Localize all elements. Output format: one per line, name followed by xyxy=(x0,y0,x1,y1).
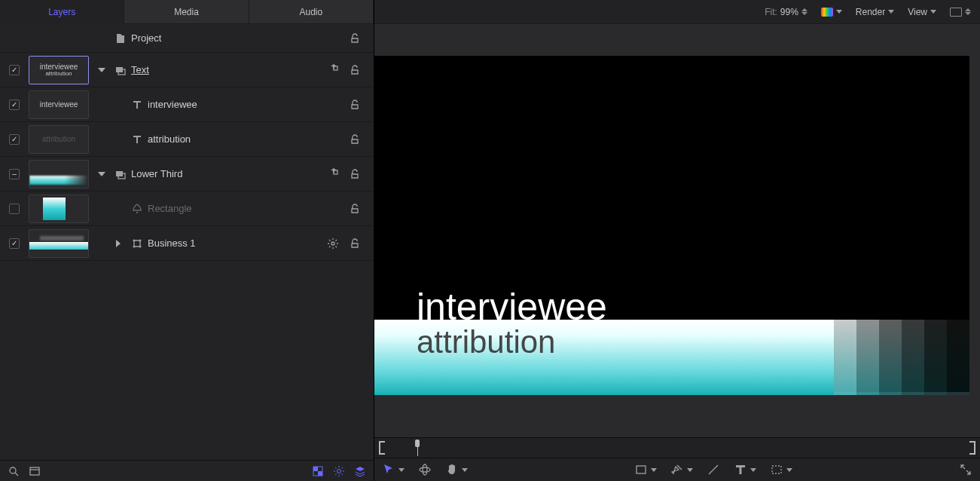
expand-icon[interactable] xyxy=(959,463,972,476)
layers-icon[interactable] xyxy=(354,465,366,477)
mask-tool[interactable] xyxy=(770,463,792,476)
disclosure-triangle-icon[interactable] xyxy=(98,172,105,176)
replicator-echoes xyxy=(834,320,969,395)
render-label: Render xyxy=(856,7,885,17)
lock-icon[interactable] xyxy=(349,64,361,76)
fit-control[interactable]: Fit: 99% xyxy=(765,7,808,17)
chevron-down-icon xyxy=(687,468,693,472)
chevron-down-icon xyxy=(836,10,842,14)
layer-thumbnail: intervieweeattribution xyxy=(29,56,89,84)
fit-value: 99% xyxy=(780,7,798,17)
lock-icon[interactable] xyxy=(349,168,361,180)
out-point-marker[interactable] xyxy=(969,441,975,455)
layer-thumbnail xyxy=(29,195,89,223)
view-label: View xyxy=(908,7,927,17)
view-menu[interactable]: View xyxy=(908,7,936,17)
publish-icon[interactable] xyxy=(327,168,339,180)
lock-icon[interactable] xyxy=(349,133,361,146)
left-bottom-bar xyxy=(0,460,374,481)
lock-icon[interactable] xyxy=(349,32,361,44)
lock-icon[interactable] xyxy=(349,237,361,250)
chevron-down-icon xyxy=(398,468,405,472)
hand-icon xyxy=(445,463,459,476)
layer-group-text[interactable]: intervieweeattribution Text xyxy=(0,53,374,87)
in-point-marker[interactable] xyxy=(379,441,385,455)
canvas-text-interviewee[interactable]: interviewee xyxy=(417,285,607,329)
group-icon xyxy=(114,64,127,76)
panel-tabs: Layers Media Audio xyxy=(0,0,374,24)
visibility-checkbox[interactable] xyxy=(9,169,20,179)
search-icon[interactable] xyxy=(8,465,20,477)
tab-media[interactable]: Media xyxy=(124,0,249,24)
arrow-icon xyxy=(382,463,395,476)
checker-icon[interactable] xyxy=(312,465,324,477)
visibility-checkbox[interactable] xyxy=(9,204,20,214)
stepper-icon[interactable] xyxy=(801,8,808,15)
mask-icon xyxy=(770,463,783,476)
left-panel: Layers Media Audio Project intervieweeat… xyxy=(0,0,374,481)
publish-icon[interactable] xyxy=(327,64,339,76)
shape-tool[interactable] xyxy=(634,463,657,476)
gear-icon[interactable] xyxy=(327,237,339,250)
canvas-text-attribution[interactable]: attribution xyxy=(417,324,555,360)
canvas-black: interviewee attribution xyxy=(374,56,969,392)
canvas-tool-bar xyxy=(374,458,980,481)
layer-thumbnail: attribution xyxy=(29,125,89,154)
layer-label[interactable]: Business 1 xyxy=(148,237,324,249)
layers-list: Project intervieweeattribution Text inte xyxy=(0,24,374,460)
visibility-checkbox[interactable] xyxy=(9,100,20,110)
select-tool[interactable] xyxy=(382,463,405,476)
chevron-down-icon xyxy=(786,468,792,472)
layer-label[interactable]: attribution xyxy=(148,133,336,145)
text-icon xyxy=(734,463,747,476)
lock-icon[interactable] xyxy=(349,203,361,215)
visibility-checkbox[interactable] xyxy=(9,238,20,249)
text-icon xyxy=(131,133,143,146)
layer-label[interactable]: Text xyxy=(131,64,324,75)
rect-icon xyxy=(634,463,648,476)
playhead[interactable] xyxy=(415,440,420,456)
svg-rect-14 xyxy=(318,471,322,476)
tab-audio[interactable]: Audio xyxy=(249,0,374,24)
text-icon xyxy=(131,99,143,111)
color-channel-menu[interactable] xyxy=(821,8,842,17)
layer-attribution[interactable]: attribution attribution xyxy=(0,122,374,157)
chevron-down-icon xyxy=(888,10,894,14)
tab-layers[interactable]: Layers xyxy=(0,0,124,24)
disclosure-triangle-icon[interactable] xyxy=(98,68,105,72)
orbit-tool-icon[interactable] xyxy=(418,463,432,476)
shape-icon xyxy=(131,203,143,215)
svg-rect-12 xyxy=(30,467,39,475)
visibility-checkbox[interactable] xyxy=(9,65,20,75)
text-tool[interactable] xyxy=(734,463,756,476)
window-icon[interactable] xyxy=(29,465,41,477)
fit-label: Fit: xyxy=(765,7,777,17)
disclosure-triangle-icon[interactable] xyxy=(116,240,121,247)
chevron-down-icon xyxy=(930,10,936,14)
chevron-down-icon xyxy=(651,468,657,472)
layer-label[interactable]: interviewee xyxy=(148,99,336,110)
svg-rect-20 xyxy=(772,466,781,473)
svg-point-11 xyxy=(10,467,16,473)
layer-group-lower-third[interactable]: Lower Third xyxy=(0,157,374,191)
canvas[interactable]: interviewee attribution xyxy=(374,24,980,437)
lock-icon[interactable] xyxy=(349,99,361,111)
visibility-checkbox[interactable] xyxy=(9,134,20,145)
chevron-down-icon xyxy=(462,468,468,472)
layer-label[interactable]: Lower Third xyxy=(131,168,324,179)
project-row[interactable]: Project xyxy=(0,24,374,53)
pan-tool[interactable] xyxy=(445,463,468,476)
gear-icon[interactable] xyxy=(333,465,345,477)
layer-business-1[interactable]: Business 1 xyxy=(0,226,374,261)
display-menu[interactable] xyxy=(950,8,971,17)
layer-rectangle[interactable]: Rectangle xyxy=(0,191,374,226)
render-menu[interactable]: Render xyxy=(856,7,894,17)
svg-point-10 xyxy=(331,242,334,245)
replicator-icon xyxy=(131,237,143,250)
pen-tool[interactable] xyxy=(670,463,693,476)
line-tool-icon[interactable] xyxy=(707,463,720,476)
layer-label[interactable]: Rectangle xyxy=(148,203,336,214)
layer-interviewee[interactable]: interviewee interviewee xyxy=(0,87,374,122)
right-panel: Fit: 99% Render View xyxy=(374,0,980,481)
mini-timeline[interactable] xyxy=(374,437,980,458)
